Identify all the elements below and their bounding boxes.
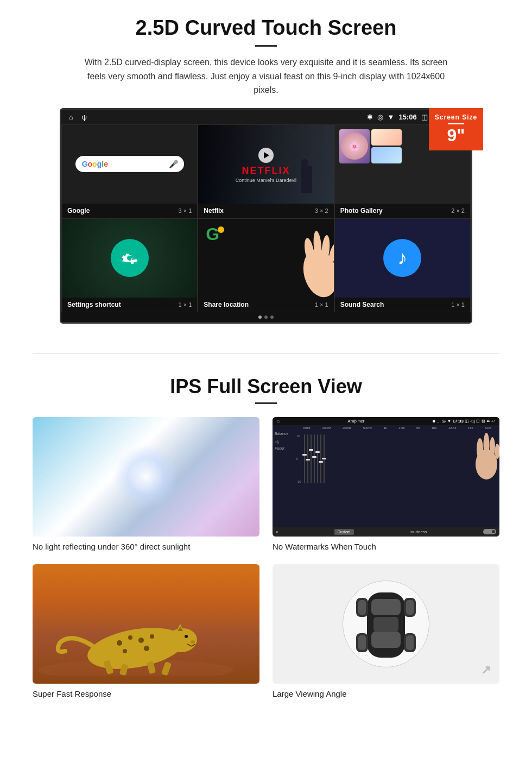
slider-5[interactable] bbox=[317, 434, 318, 483]
slider-6[interactable] bbox=[320, 434, 321, 483]
app-grid-bottom: Settings shortcut 1 × 1 G bbox=[61, 218, 471, 312]
mic-icon[interactable]: 🎤 bbox=[170, 159, 178, 169]
google-search-bar[interactable]: Google 🎤 bbox=[75, 156, 184, 172]
scale-minus10: -10 bbox=[296, 480, 301, 483]
freq-125k: 12.5k bbox=[448, 426, 457, 430]
settings-widget[interactable] bbox=[62, 219, 197, 298]
settings-icon-circle bbox=[111, 239, 149, 277]
netflix-widget[interactable]: NETFLIX Continue Marvel's Daredevil bbox=[198, 125, 333, 204]
google-logo: Google bbox=[82, 160, 108, 168]
screen-size-badge: Screen Size 9" bbox=[429, 108, 483, 150]
car-top-view-icon bbox=[351, 582, 421, 666]
settings-grid-size: 1 × 1 bbox=[179, 301, 192, 308]
gear-icon bbox=[119, 247, 141, 269]
amp-nav-left[interactable]: « bbox=[276, 529, 278, 534]
svg-rect-38 bbox=[358, 600, 366, 615]
amp-labels-col: Balance ◁) Fader bbox=[275, 432, 296, 526]
camera-icon[interactable]: ◫ bbox=[421, 113, 428, 121]
scale-0: 0 bbox=[296, 457, 301, 460]
amp-home-icon: ⌂ bbox=[277, 419, 280, 424]
play-triangle-icon bbox=[264, 152, 269, 159]
netflix-play-button[interactable] bbox=[258, 148, 274, 163]
amplifier-image: ⌂ Amplifier ■ … ◎ ▼ 17:33 ◫ ◁) ⊡ ⊠ ⬌ ↩ 6… bbox=[273, 417, 499, 537]
amp-custom-button[interactable]: Custom bbox=[334, 529, 354, 535]
app-cell-share[interactable]: G Share location bbox=[198, 218, 334, 312]
amp-sliders-container: 10 0 -10 bbox=[296, 432, 497, 486]
feature-watermarks: ⌂ Amplifier ■ … ◎ ▼ 17:33 ◫ ◁) ⊡ ⊠ ⬌ ↩ 6… bbox=[273, 417, 499, 551]
amp-slider-tracks bbox=[304, 434, 325, 483]
sunlight-caption: No light reflecting under 360° direct su… bbox=[33, 542, 259, 551]
amp-loudness-toggle[interactable] bbox=[483, 529, 496, 534]
flower-img: 🌸 bbox=[341, 133, 368, 160]
section-divider bbox=[33, 353, 499, 354]
photo-app-name: Photo Gallery bbox=[340, 207, 383, 215]
svg-point-18 bbox=[144, 646, 149, 651]
badge-divider bbox=[448, 123, 464, 124]
dot-2[interactable] bbox=[264, 316, 268, 319]
svg-point-16 bbox=[150, 634, 154, 639]
sunlight-photo bbox=[33, 417, 259, 537]
amp-label-fader: Fader bbox=[275, 446, 296, 450]
amp-label-balance: Balance bbox=[275, 432, 296, 436]
dot-1[interactable] bbox=[258, 316, 262, 319]
amp-bottom-bar: « Custom loudness bbox=[273, 527, 499, 537]
slider-2[interactable] bbox=[307, 434, 308, 483]
slider-3[interactable] bbox=[311, 434, 312, 483]
netflix-logo: NETFLIX bbox=[236, 165, 296, 176]
amplifier-screen: ⌂ Amplifier ■ … ◎ ▼ 17:33 ◫ ◁) ⊡ ⊠ ⬌ ↩ 6… bbox=[273, 417, 499, 537]
slider-7[interactable] bbox=[324, 434, 325, 483]
location-icon: ◎ bbox=[377, 113, 383, 121]
google-widget[interactable]: Google 🎤 bbox=[62, 125, 197, 204]
section-ips: IPS Full Screen View No light reflecting… bbox=[0, 370, 532, 715]
svg-rect-32 bbox=[371, 632, 401, 648]
freq-25k: 2.5k bbox=[398, 426, 404, 430]
touch-hand-icon bbox=[459, 426, 499, 481]
badge-label: Screen Size bbox=[433, 113, 479, 121]
status-left: ⌂ ψ bbox=[69, 113, 87, 121]
slider-thumb-6 bbox=[319, 461, 323, 463]
netflix-overlay: NETFLIX Continue Marvel's Daredevil bbox=[236, 146, 296, 183]
slider-4[interactable] bbox=[314, 434, 315, 483]
pagination-dots bbox=[61, 312, 471, 322]
freq-500hz: 500hz bbox=[363, 426, 372, 430]
dot-3[interactable] bbox=[270, 316, 274, 319]
google-app-name: Google bbox=[67, 207, 90, 215]
usb-icon: ψ bbox=[82, 113, 87, 121]
amp-loudness-label: loudness bbox=[410, 529, 427, 534]
wifi-icon: ▼ bbox=[388, 113, 395, 121]
home-icon[interactable]: ⌂ bbox=[69, 113, 73, 121]
cheetah-photo bbox=[33, 564, 259, 684]
app-cell-google[interactable]: Google 🎤 Google 3 × 1 bbox=[61, 124, 198, 218]
svg-point-20 bbox=[185, 635, 188, 638]
status-bar: ⌂ ψ ✱ ◎ ▼ 15:06 ◫ ◁) ⊠ ⬜ bbox=[61, 110, 471, 124]
freq-1k: 1k bbox=[383, 426, 387, 430]
music-note-icon: ♪ bbox=[397, 247, 407, 269]
bluetooth-icon: ✱ bbox=[367, 113, 373, 121]
car-caption: Large Viewing Angle bbox=[273, 689, 499, 698]
app-cell-netflix[interactable]: NETFLIX Continue Marvel's Daredevil Netf… bbox=[198, 124, 334, 218]
car-photo: ↗ bbox=[273, 564, 499, 684]
photo-grid-size: 2 × 2 bbox=[451, 207, 465, 214]
feature-grid: No light reflecting under 360° direct su… bbox=[33, 417, 499, 698]
svg-rect-40 bbox=[358, 635, 366, 650]
slider-1[interactable] bbox=[304, 434, 305, 483]
car-circle bbox=[343, 581, 429, 667]
g-maps-logo: G bbox=[206, 224, 219, 244]
app-cell-sound[interactable]: ♪ Sound Search 1 × 1 bbox=[334, 218, 471, 312]
photo-grid: 🌸 bbox=[339, 129, 402, 163]
netflix-label: Netflix 3 × 2 bbox=[198, 204, 333, 218]
svg-point-13 bbox=[117, 640, 122, 646]
photo-label: Photo Gallery 2 × 2 bbox=[335, 204, 470, 218]
section-curved-screen: 2.5D Curved Touch Screen With 2.5D curve… bbox=[0, 0, 532, 337]
share-widget[interactable]: G bbox=[198, 219, 333, 298]
app-cell-settings[interactable]: Settings shortcut 1 × 1 bbox=[61, 218, 198, 312]
amp-scale: 10 0 -10 bbox=[296, 434, 301, 483]
amp-spacer bbox=[275, 426, 296, 430]
viewing-angle-arrow: ↗ bbox=[481, 663, 491, 677]
photo-thumb-3 bbox=[371, 147, 402, 163]
svg-point-14 bbox=[128, 635, 132, 640]
google-grid-size: 3 × 1 bbox=[179, 207, 192, 214]
svg-point-21 bbox=[191, 640, 195, 644]
feature-sunlight: No light reflecting under 360° direct su… bbox=[33, 417, 259, 551]
sound-widget[interactable]: ♪ bbox=[335, 219, 470, 298]
